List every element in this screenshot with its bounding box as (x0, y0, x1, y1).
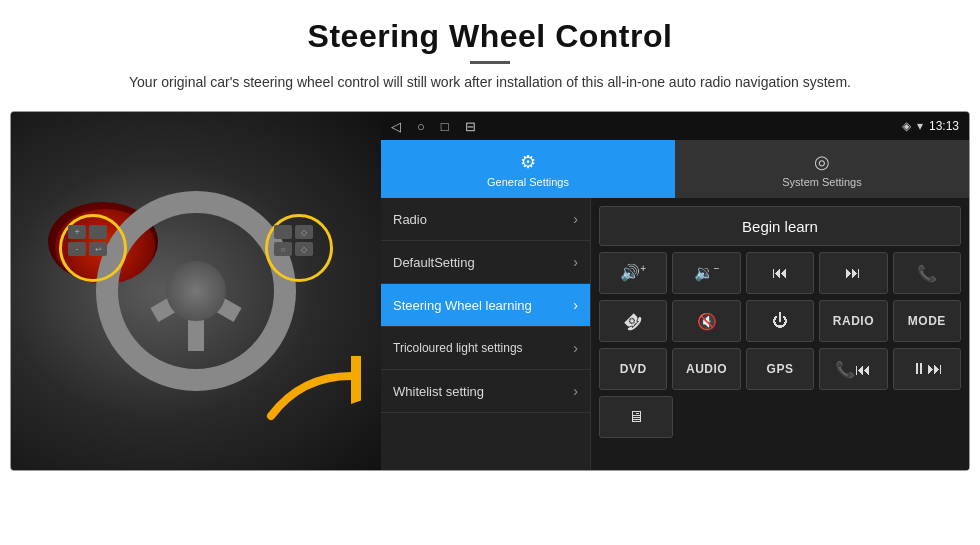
menu-item-steering-wheel[interactable]: Steering Wheel learning › (381, 284, 590, 327)
menu-chevron-radio: › (573, 211, 578, 227)
screen-icon: 🖥 (628, 408, 644, 426)
menu-item-radio[interactable]: Radio › (381, 198, 590, 241)
begin-learn-label: Begin learn (742, 218, 818, 235)
menu-item-default-setting[interactable]: DefaultSetting › (381, 241, 590, 284)
prev-track-button[interactable]: ⏮ (746, 252, 814, 294)
back-icon[interactable]: ◁ (391, 119, 401, 134)
menu-item-tricoloured[interactable]: Tricoloured light settings › (381, 327, 590, 370)
vol-down-icon: 🔉− (694, 263, 720, 282)
menu-default-label: DefaultSetting (393, 255, 573, 270)
menu-steering-label: Steering Wheel learning (393, 298, 573, 313)
wifi-icon: ▾ (917, 119, 923, 133)
indicator-arrow (261, 356, 361, 430)
power-button[interactable]: ⏻ (746, 300, 814, 342)
phone-answer-button[interactable]: 📞 (893, 252, 961, 294)
menu-tricoloured-label: Tricoloured light settings (393, 341, 573, 355)
phone-answer-icon: 📞 (917, 264, 937, 283)
audio-label: AUDIO (686, 362, 727, 376)
phone-hangup-button[interactable]: ☎ (599, 300, 667, 342)
sw-left-button-circle: + - ↩ (59, 214, 127, 282)
sw-center-hub (166, 261, 226, 321)
tab-general-label: General Settings (487, 176, 569, 188)
status-nav: ◁ ○ □ ⊟ (391, 119, 476, 134)
left-menu: Radio › DefaultSetting › Steering Wheel … (381, 198, 591, 470)
phone-prev-button[interactable]: 📞⏮ (819, 348, 887, 390)
phone-prev-icon: 📞⏮ (835, 360, 871, 379)
content-area: + - ↩ ◇ ○ ◇ (10, 111, 970, 471)
tab-system-label: System Settings (782, 176, 861, 188)
gps-button[interactable]: GPS (746, 348, 814, 390)
prev-track-icon: ⏮ (772, 264, 788, 282)
steering-wheel-bg: + - ↩ ◇ ○ ◇ (11, 112, 381, 470)
control-row-4: 🖥 (599, 396, 961, 438)
radio-label: RADIO (833, 314, 874, 328)
clock: 13:13 (929, 119, 959, 133)
vol-up-button[interactable]: 🔊+ (599, 252, 667, 294)
page-title: Steering Wheel Control (20, 18, 960, 55)
audio-button[interactable]: AUDIO (672, 348, 740, 390)
power-icon: ⏻ (772, 312, 788, 330)
dvd-label: DVD (620, 362, 647, 376)
tab-bar: ⚙ General Settings ◎ System Settings (381, 140, 969, 198)
menu-radio-label: Radio (393, 212, 573, 227)
title-divider (470, 61, 510, 64)
begin-learn-button[interactable]: Begin learn (599, 206, 961, 246)
general-settings-icon: ⚙ (520, 151, 536, 173)
next-track-button[interactable]: ⏭ (819, 252, 887, 294)
menu-chevron-steering: › (573, 297, 578, 313)
right-controls: Begin learn 🔊+ 🔉− ⏮ ⏭ (591, 198, 969, 470)
sw-right-button-circle: ◇ ○ ◇ (265, 214, 333, 282)
page-header: Steering Wheel Control Your original car… (0, 0, 980, 101)
skip-fwd-icon: ⏸⏭ (911, 360, 943, 378)
screen-button[interactable]: 🖥 (599, 396, 673, 438)
control-row-1: 🔊+ 🔉− ⏮ ⏭ 📞 (599, 252, 961, 294)
mute-button[interactable]: 🔇 (672, 300, 740, 342)
menu-chevron-default: › (573, 254, 578, 270)
menu-whitelist-label: Whitelist setting (393, 384, 573, 399)
gps-icon: ◈ (902, 119, 911, 133)
page-subtitle: Your original car's steering wheel contr… (100, 72, 880, 93)
recents-icon[interactable]: □ (441, 119, 449, 134)
menu-chevron-tricoloured: › (573, 340, 578, 356)
system-settings-icon: ◎ (814, 151, 830, 173)
home-icon[interactable]: ○ (417, 119, 425, 134)
begin-learn-row: Begin learn (599, 206, 961, 246)
tab-general-settings[interactable]: ⚙ General Settings (381, 140, 675, 198)
vol-up-icon: 🔊+ (620, 263, 646, 282)
vol-down-button[interactable]: 🔉− (672, 252, 740, 294)
next-track-icon: ⏭ (845, 264, 861, 282)
tab-system-settings[interactable]: ◎ System Settings (675, 140, 969, 198)
mode-button[interactable]: MODE (893, 300, 961, 342)
steering-wheel-panel: + - ↩ ◇ ○ ◇ (11, 112, 381, 470)
control-row-3: DVD AUDIO GPS 📞⏮ ⏸⏭ (599, 348, 961, 390)
control-row-2: ☎ 🔇 ⏻ RADIO MODE (599, 300, 961, 342)
dvd-button[interactable]: DVD (599, 348, 667, 390)
radio-button[interactable]: RADIO (819, 300, 887, 342)
status-bar: ◁ ○ □ ⊟ ◈ ▾ 13:13 (381, 112, 969, 140)
menu-icon[interactable]: ⊟ (465, 119, 476, 134)
mute-icon: 🔇 (697, 312, 717, 331)
mode-label: MODE (908, 314, 946, 328)
status-right: ◈ ▾ 13:13 (902, 119, 959, 133)
main-content: Radio › DefaultSetting › Steering Wheel … (381, 198, 969, 470)
menu-item-whitelist[interactable]: Whitelist setting › (381, 370, 590, 413)
menu-chevron-whitelist: › (573, 383, 578, 399)
phone-hangup-icon: ☎ (619, 307, 647, 335)
gps-label: GPS (767, 362, 794, 376)
skip-fwd-button[interactable]: ⏸⏭ (893, 348, 961, 390)
android-panel: ◁ ○ □ ⊟ ◈ ▾ 13:13 ⚙ General Settings ◎ S… (381, 112, 969, 470)
